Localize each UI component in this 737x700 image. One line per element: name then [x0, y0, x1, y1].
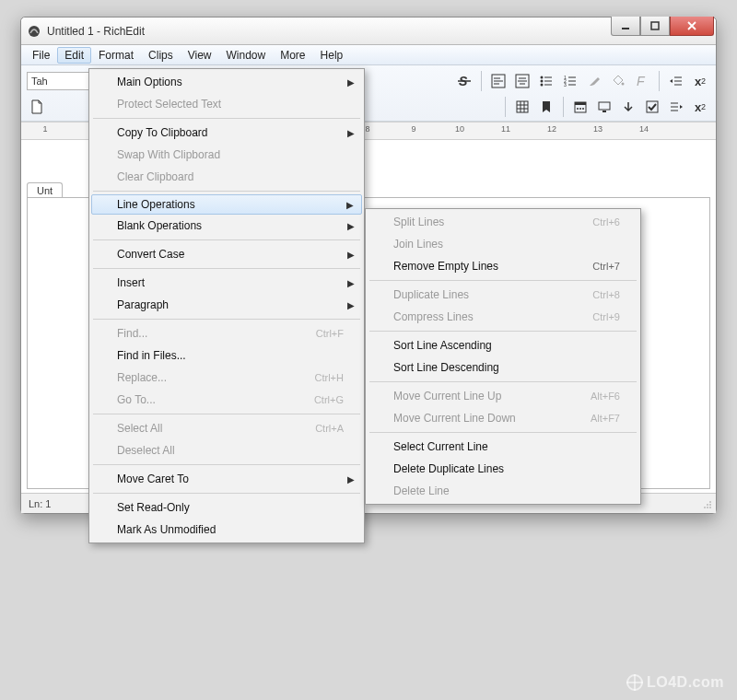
- monitor-icon[interactable]: [594, 97, 614, 117]
- window-controls: [611, 17, 714, 36]
- edit-menu-item[interactable]: Paragraph▶: [91, 294, 362, 316]
- menu-item-label: Select Current Line: [393, 440, 488, 453]
- number-list-icon[interactable]: 123: [560, 71, 580, 91]
- edit-menu-item[interactable]: Mark As Unmodified: [91, 519, 362, 541]
- menu-more[interactable]: More: [273, 47, 312, 64]
- arrow-down-icon[interactable]: [618, 97, 638, 117]
- edit-menu-item[interactable]: Copy To Clipboard▶: [91, 122, 362, 144]
- font-name-box[interactable]: [27, 72, 91, 90]
- menu-format[interactable]: Format: [91, 47, 141, 64]
- menubar: File Edit Format Clips View Window More …: [21, 45, 716, 65]
- menu-separator: [369, 331, 637, 332]
- svg-point-37: [577, 108, 579, 110]
- document-tab[interactable]: Unt: [27, 182, 63, 198]
- resize-grip-icon[interactable]: [701, 498, 712, 509]
- submenu-arrow-icon: ▶: [346, 200, 354, 210]
- edit-menu-item[interactable]: Line Operations▶: [91, 194, 362, 215]
- strike-icon[interactable]: S: [454, 71, 474, 91]
- submenu-arrow-icon: ▶: [347, 300, 355, 310]
- align-center-icon[interactable]: [512, 71, 532, 91]
- svg-point-48: [709, 504, 711, 506]
- menu-item-label: Insert: [117, 276, 145, 289]
- minimize-button[interactable]: [611, 17, 640, 36]
- edit-menu-item: Clear Clipboard: [91, 166, 362, 188]
- lineops-item: Move Current Line DownAlt+F7: [368, 407, 638, 429]
- menu-clips[interactable]: Clips: [141, 47, 181, 64]
- edit-menu-item[interactable]: Move Caret To▶: [91, 468, 362, 490]
- menu-item-label: Clear Clipboard: [117, 170, 193, 183]
- menu-shortcut: Ctrl+8: [592, 289, 620, 300]
- menu-item-label: Main Options: [117, 76, 182, 88]
- submenu-arrow-icon: ▶: [347, 250, 355, 260]
- lineops-item[interactable]: Remove Empty LinesCtrl+7: [368, 255, 638, 277]
- maximize-button[interactable]: [640, 17, 670, 36]
- lineops-item[interactable]: Select Current Line: [368, 436, 638, 458]
- brush-icon[interactable]: [584, 71, 604, 91]
- svg-rect-42: [647, 101, 658, 112]
- bullets-icon[interactable]: [536, 71, 556, 91]
- menu-shortcut: Ctrl+F: [316, 328, 344, 339]
- svg-point-50: [707, 504, 708, 506]
- menu-separator: [369, 381, 637, 382]
- lineops-item[interactable]: Sort Line Descending: [368, 356, 638, 379]
- menu-item-label: Delete Line: [393, 484, 450, 497]
- menu-item-label: Protect Selected Text: [117, 98, 221, 111]
- subscript-icon[interactable]: x2: [690, 71, 710, 91]
- menu-edit[interactable]: Edit: [57, 47, 91, 64]
- menu-shortcut: Alt+F6: [591, 391, 620, 402]
- menu-file[interactable]: File: [25, 47, 57, 64]
- edit-menu-item[interactable]: Insert▶: [91, 272, 362, 294]
- edit-menu-item: Protect Selected Text: [91, 93, 362, 115]
- svg-point-47: [707, 507, 708, 508]
- edit-menu-item[interactable]: Set Read-Only: [91, 496, 362, 519]
- check-icon[interactable]: [642, 97, 662, 117]
- watermark-text: LO4D.com: [647, 674, 724, 691]
- table-icon[interactable]: [512, 97, 532, 117]
- edit-menu-item: Deselect All: [91, 439, 362, 461]
- menu-window[interactable]: Window: [219, 47, 274, 64]
- ruler-tick: 9: [408, 124, 419, 134]
- menu-separator: [93, 118, 360, 119]
- svg-point-39: [582, 108, 584, 110]
- menu-item-label: Find in Files...: [117, 349, 186, 362]
- menu-separator: [93, 239, 360, 240]
- menu-item-label: Select All: [117, 422, 162, 435]
- line-operations-submenu: Split LinesCtrl+6Join LinesRemove Empty …: [365, 208, 641, 505]
- align-left-icon[interactable]: [488, 71, 509, 91]
- new-file-icon[interactable]: [27, 97, 47, 117]
- menu-shortcut: Ctrl+7: [592, 261, 620, 272]
- close-button[interactable]: [670, 17, 714, 36]
- fill-icon[interactable]: [608, 71, 628, 91]
- ruler-tick: 12: [546, 124, 557, 134]
- edit-menu-item[interactable]: Main Options▶: [91, 71, 362, 93]
- document-tabbar: Unt: [27, 178, 63, 198]
- edit-menu-item[interactable]: Blank Operations▶: [91, 215, 362, 237]
- increase-indent-icon[interactable]: [666, 97, 686, 117]
- ruler-tick: 11: [500, 124, 511, 134]
- watermark: LO4D.com: [626, 674, 724, 691]
- menu-shortcut: Ctrl+9: [592, 311, 620, 322]
- menu-view[interactable]: View: [181, 47, 219, 64]
- lineops-item[interactable]: Delete Duplicate Lines: [368, 458, 638, 480]
- bookmark-icon[interactable]: [536, 97, 556, 117]
- decrease-indent-icon[interactable]: [666, 71, 686, 91]
- app-icon: [27, 24, 41, 39]
- edit-menu-item: Replace...Ctrl+H: [91, 367, 362, 389]
- status-line: Ln: 1: [29, 498, 51, 509]
- edit-menu-item[interactable]: Convert Case▶: [91, 243, 362, 265]
- date-icon[interactable]: [570, 97, 591, 117]
- svg-point-15: [541, 80, 544, 83]
- submenu-arrow-icon: ▶: [347, 474, 355, 484]
- svg-text:3: 3: [564, 82, 567, 88]
- ruler-tick: 1: [40, 124, 51, 134]
- font-style-icon[interactable]: F: [632, 71, 652, 91]
- menu-item-label: Replace...: [117, 371, 167, 384]
- menu-separator: [93, 414, 360, 414]
- menu-item-label: Paragraph: [117, 298, 169, 311]
- lineops-item[interactable]: Sort Line Ascending: [368, 334, 638, 356]
- edit-menu-item[interactable]: Find in Files...: [91, 344, 362, 367]
- menu-help[interactable]: Help: [313, 47, 351, 64]
- menu-item-label: Copy To Clipboard: [117, 126, 208, 139]
- superscript-icon[interactable]: x2: [690, 97, 710, 117]
- lineops-item: Split LinesCtrl+6: [368, 211, 638, 233]
